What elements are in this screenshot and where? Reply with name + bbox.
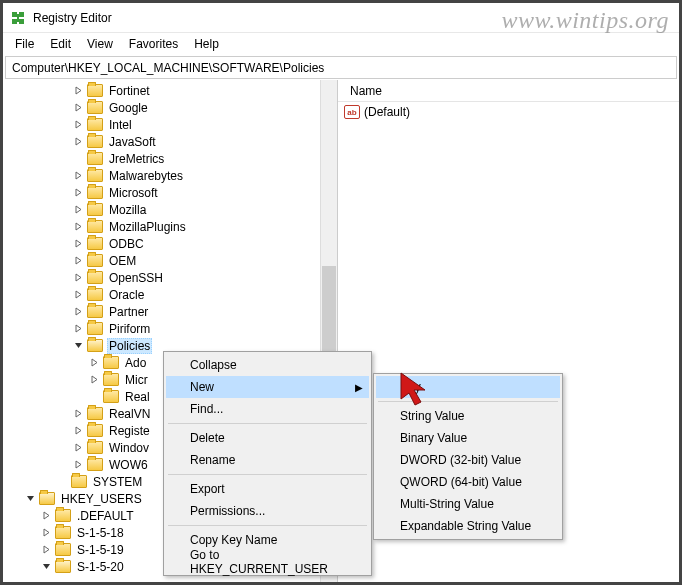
tree-item-label: Intel <box>107 118 134 132</box>
tree-item[interactable]: Partner <box>3 303 337 320</box>
tree-item[interactable]: ODBC <box>3 235 337 252</box>
menu-item[interactable]: String Value <box>376 405 560 427</box>
tree-item[interactable]: OEM <box>3 252 337 269</box>
folder-icon <box>55 526 71 539</box>
value-name: (Default) <box>364 105 410 119</box>
menu-item[interactable]: Find... <box>166 398 369 420</box>
tree-item[interactable]: Piriform <box>3 320 337 337</box>
menu-item-label: DWORD (32-bit) Value <box>400 453 521 467</box>
tree-item-label: Google <box>107 101 150 115</box>
menu-edit[interactable]: Edit <box>42 35 79 53</box>
list-header[interactable]: Name <box>338 80 679 102</box>
menu-item[interactable]: Go to HKEY_CURRENT_USER <box>166 551 369 573</box>
menu-item[interactable]: Export <box>166 478 369 500</box>
menu-item[interactable]: Permissions... <box>166 500 369 522</box>
tree-item[interactable]: Fortinet <box>3 82 337 99</box>
menu-item-label: Expandable String Value <box>400 519 531 533</box>
menu-item[interactable]: DWORD (32-bit) Value <box>376 449 560 471</box>
tree-item[interactable]: Oracle <box>3 286 337 303</box>
chevron-right-icon[interactable] <box>71 407 85 421</box>
tree-item[interactable]: Mozilla <box>3 201 337 218</box>
menu-favorites[interactable]: Favorites <box>121 35 186 53</box>
tree-item[interactable]: Malwarebytes <box>3 167 337 184</box>
chevron-right-icon[interactable] <box>71 305 85 319</box>
menu-item[interactable]: Key <box>376 376 560 398</box>
tree-item-label: RealVN <box>107 407 152 421</box>
folder-icon <box>87 101 103 114</box>
tree-item-label: Micr <box>123 373 150 387</box>
menu-item[interactable]: Binary Value <box>376 427 560 449</box>
folder-icon <box>87 424 103 437</box>
folder-icon <box>71 475 87 488</box>
menu-item-label: Export <box>190 482 225 496</box>
chevron-right-icon[interactable] <box>87 356 101 370</box>
chevron-right-icon[interactable] <box>71 203 85 217</box>
tree-item-label: S-1-5-20 <box>75 560 126 574</box>
chevron-right-icon[interactable] <box>71 220 85 234</box>
menu-item-label: Key <box>400 380 421 394</box>
chevron-right-icon[interactable] <box>71 135 85 149</box>
tree-item[interactable]: Google <box>3 99 337 116</box>
folder-icon <box>87 84 103 97</box>
chevron-right-icon[interactable] <box>71 271 85 285</box>
chevron-right-icon[interactable] <box>71 237 85 251</box>
chevron-down-icon[interactable] <box>23 492 37 506</box>
folder-icon <box>87 288 103 301</box>
folder-icon <box>87 271 103 284</box>
tree-item-label: .DEFAULT <box>75 509 135 523</box>
list-row[interactable]: ab (Default) <box>342 104 675 120</box>
menu-view[interactable]: View <box>79 35 121 53</box>
folder-icon <box>39 492 55 505</box>
tree-item[interactable]: MozillaPlugins <box>3 218 337 235</box>
menu-item[interactable]: Expandable String Value <box>376 515 560 537</box>
window-title: Registry Editor <box>33 11 112 25</box>
tree-item-label: Windov <box>107 441 151 455</box>
menu-item[interactable]: Rename <box>166 449 369 471</box>
menu-item[interactable]: New▶ <box>166 376 369 398</box>
folder-icon <box>87 407 103 420</box>
chevron-right-icon[interactable] <box>71 288 85 302</box>
menu-item[interactable]: QWORD (64-bit) Value <box>376 471 560 493</box>
menu-item-label: Collapse <box>190 358 237 372</box>
chevron-right-icon[interactable] <box>71 169 85 183</box>
tree-item-label: S-1-5-19 <box>75 543 126 557</box>
column-name[interactable]: Name <box>344 82 388 100</box>
chevron-right-icon[interactable] <box>87 373 101 387</box>
tree-item[interactable]: JreMetrics <box>3 150 337 167</box>
chevron-right-icon[interactable] <box>71 118 85 132</box>
chevron-right-icon[interactable] <box>71 322 85 336</box>
folder-icon <box>87 441 103 454</box>
menu-item-label: New <box>190 380 214 394</box>
menu-item[interactable]: Delete <box>166 427 369 449</box>
menu-item[interactable]: Collapse <box>166 354 369 376</box>
chevron-right-icon[interactable] <box>39 543 53 557</box>
menu-file[interactable]: File <box>7 35 42 53</box>
tree-item[interactable]: Intel <box>3 116 337 133</box>
chevron-right-icon[interactable] <box>71 458 85 472</box>
tree-item-label: OpenSSH <box>107 271 165 285</box>
chevron-right-icon[interactable] <box>39 526 53 540</box>
address-bar[interactable]: Computer\HKEY_LOCAL_MACHINE\SOFTWARE\Pol… <box>5 56 677 79</box>
chevron-right-icon[interactable] <box>71 254 85 268</box>
menu-separator <box>168 474 367 475</box>
chevron-right-icon[interactable] <box>71 441 85 455</box>
tree-item[interactable]: Microsoft <box>3 184 337 201</box>
folder-icon <box>87 152 103 165</box>
menu-item[interactable]: Multi-String Value <box>376 493 560 515</box>
tree-item[interactable]: OpenSSH <box>3 269 337 286</box>
chevron-right-icon[interactable] <box>39 509 53 523</box>
chevron-right-icon[interactable] <box>71 424 85 438</box>
menu-separator <box>168 525 367 526</box>
menu-item-label: Go to HKEY_CURRENT_USER <box>190 548 341 576</box>
tree-item[interactable]: JavaSoft <box>3 133 337 150</box>
folder-icon <box>55 509 71 522</box>
chevron-down-icon[interactable] <box>39 560 53 574</box>
chevron-right-icon[interactable] <box>71 186 85 200</box>
chevron-right-icon[interactable] <box>71 101 85 115</box>
menu-help[interactable]: Help <box>186 35 227 53</box>
chevron-down-icon[interactable] <box>71 339 85 353</box>
string-value-icon: ab <box>344 105 360 119</box>
chevron-right-icon[interactable] <box>71 84 85 98</box>
tree-item-label: Policies <box>107 338 152 354</box>
tree-item-label: Fortinet <box>107 84 152 98</box>
